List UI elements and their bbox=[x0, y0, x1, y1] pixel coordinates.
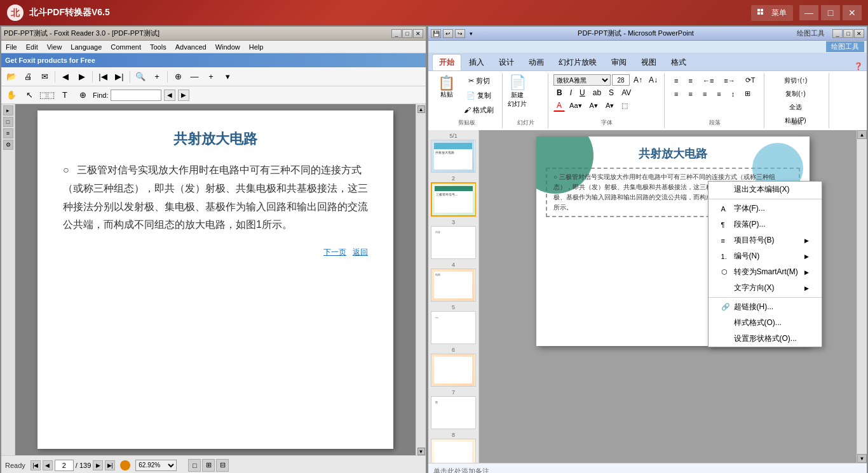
paste-btn[interactable]: 📋 粘贴 bbox=[435, 74, 458, 117]
ctx-bullets[interactable]: ≡ 项目符号(B) ▶ bbox=[709, 232, 822, 248]
ctx-hyperlink[interactable]: 🔗 超链接(H)... bbox=[709, 299, 822, 315]
ppt-scrollbar-v[interactable]: ▲ ▼ bbox=[857, 130, 867, 463]
pdf-find-input[interactable] bbox=[111, 90, 161, 101]
format-painter-btn[interactable]: 🖌 格式刷 bbox=[459, 103, 498, 117]
quick-styles-btn[interactable]: 复制(↑) bbox=[770, 88, 822, 100]
thumb-5[interactable]: — bbox=[431, 311, 476, 344]
bold-btn[interactable]: B bbox=[553, 87, 566, 98]
pdf-menu-file[interactable]: File bbox=[4, 43, 19, 51]
thumb-8[interactable] bbox=[431, 439, 476, 463]
ppt-scroll-down-btn[interactable]: ▼ bbox=[857, 454, 867, 463]
pdf-find-next[interactable]: ▶ bbox=[178, 90, 189, 101]
slide-thumb-5[interactable]: 5 — bbox=[431, 304, 476, 344]
font-family-select[interactable]: 微软A雅黑 bbox=[553, 74, 611, 86]
numbering-btn[interactable]: ≡ bbox=[684, 74, 697, 86]
ppt-tab-design[interactable]: 设计 bbox=[492, 54, 521, 70]
thumb-7[interactable]: 图 bbox=[431, 396, 476, 429]
align-right-btn[interactable]: ≡ bbox=[698, 88, 711, 100]
indent-dec-btn[interactable]: ←≡ bbox=[698, 74, 718, 86]
pdf-view-scroll[interactable]: ⊟ bbox=[216, 459, 229, 472]
thumb-3[interactable]: 内容 bbox=[431, 226, 476, 259]
new-slide-btn[interactable]: 📄 新建 幻灯片 bbox=[508, 74, 527, 109]
ppt-tab-format[interactable]: 格式 bbox=[664, 54, 693, 70]
close-button[interactable]: ✕ bbox=[843, 5, 862, 20]
maximize-button[interactable]: □ bbox=[821, 5, 840, 20]
pdf-menu-window[interactable]: Window bbox=[214, 43, 242, 51]
pdf-next-page-btn[interactable]: ▶ bbox=[93, 460, 103, 470]
char-spacing-btn[interactable]: Aa▾ bbox=[566, 100, 585, 111]
ppt-tab-view[interactable]: 视图 bbox=[634, 54, 663, 70]
ctx-exit-edit[interactable]: 退出文本编辑(X) bbox=[709, 182, 822, 197]
pdf-menu-tools[interactable]: Tools bbox=[148, 43, 168, 51]
ctx-paragraph[interactable]: ¶ 段落(P)... bbox=[709, 217, 822, 232]
more-font-btn[interactable]: ⬚ bbox=[618, 100, 631, 111]
pdf-hand-btn[interactable]: ✋ bbox=[4, 88, 19, 103]
indent-inc-btn[interactable]: ≡→ bbox=[719, 74, 739, 86]
ppt-quick-undo[interactable]: ↩ bbox=[443, 29, 453, 38]
thumb-6[interactable] bbox=[431, 354, 476, 387]
pdf-dropdown-btn[interactable]: ▾ bbox=[220, 69, 235, 84]
thumb-4[interactable]: 电路 bbox=[431, 269, 476, 302]
pdf-open-btn[interactable]: 📂 bbox=[4, 69, 19, 84]
pdf-lastpage-btn[interactable]: ▶| bbox=[112, 69, 127, 84]
pdf-email-btn[interactable]: ✉ bbox=[37, 69, 52, 84]
ctx-style-format[interactable]: 样式格式(O)... bbox=[709, 315, 822, 331]
pdf-first-btn[interactable]: |◀ bbox=[31, 460, 41, 470]
pdf-prev-page-btn[interactable]: ◀ bbox=[43, 460, 53, 470]
pdf-next-link[interactable]: 下一页 bbox=[323, 248, 346, 256]
pdf-zoom-select[interactable]: 62.92% 50% 75% 100% bbox=[135, 460, 177, 471]
pdf-annot-btn[interactable]: ⊕ bbox=[75, 88, 90, 103]
copy-btn[interactable]: 📄 复制 bbox=[459, 89, 498, 102]
pdf-minus-btn[interactable]: — bbox=[187, 69, 202, 84]
pdf-menu-comment[interactable]: Comment bbox=[109, 43, 143, 51]
ppt-tab-animation[interactable]: 动画 bbox=[522, 54, 551, 70]
pdf-page-num-input[interactable] bbox=[55, 460, 74, 471]
pdf-select-btn[interactable]: ⊕ bbox=[170, 69, 186, 84]
pdf-sidebar-icon-3[interactable]: ≡ bbox=[3, 128, 13, 138]
pdf-sidebar-icon-4[interactable]: ⚙ bbox=[3, 140, 13, 150]
ctx-smartart[interactable]: ⬡ 转变为SmartArt(M) ▶ bbox=[709, 264, 822, 280]
slide-thumb-8[interactable]: 8 bbox=[431, 432, 476, 463]
menu-button[interactable]: 菜单 bbox=[751, 5, 793, 21]
pdf-prev-btn[interactable]: ◀ bbox=[58, 69, 73, 84]
arrange-btn[interactable]: 剪切↑(↑) bbox=[770, 74, 822, 87]
ppt-help-btn[interactable]: ❓ bbox=[854, 62, 863, 70]
thumb-2[interactable]: 三极管对信号... bbox=[431, 182, 476, 217]
pdf-maximize-btn[interactable]: □ bbox=[402, 29, 412, 38]
align-center-btn[interactable]: ≡ bbox=[684, 88, 697, 100]
pdf-menu-advanced[interactable]: Advanced bbox=[173, 43, 208, 51]
ctx-shape-format[interactable]: 设置形状格式(O)... bbox=[709, 331, 822, 347]
thumb-1[interactable]: 共射放大电路 bbox=[431, 140, 476, 173]
pdf-cursor-btn[interactable]: ↖ bbox=[22, 88, 37, 103]
spacing-btn[interactable]: AV bbox=[618, 87, 634, 98]
pdf-promo-bar[interactable]: Get Foxit products for Free bbox=[1, 53, 426, 67]
pdf-menu-help[interactable]: Help bbox=[247, 43, 266, 51]
pdf-print-btn[interactable]: 🖨 bbox=[20, 69, 36, 84]
ppt-tab-slideshow[interactable]: 幻灯片放映 bbox=[552, 54, 604, 70]
shape-fill-btn[interactable]: 全选 bbox=[770, 101, 822, 114]
slide-thumb-7[interactable]: 7 图 bbox=[431, 389, 476, 429]
pdf-view-double[interactable]: ⊞ bbox=[202, 459, 215, 472]
decrease-font-btn[interactable]: A↓ bbox=[646, 75, 660, 85]
pdf-sidebar-icon-1[interactable]: ▸ bbox=[3, 105, 13, 116]
clear-format-btn[interactable]: A▾ bbox=[602, 100, 617, 111]
pdf-scroll-down[interactable]: ▼ bbox=[417, 448, 425, 455]
align-left-btn[interactable]: ≡ bbox=[670, 88, 682, 100]
pdf-zoomout-btn[interactable]: 🔍 bbox=[133, 69, 148, 84]
underline-btn[interactable]: U bbox=[576, 87, 588, 98]
ppt-close-btn[interactable]: ✕ bbox=[854, 29, 864, 38]
pdf-scrollbar-v[interactable]: ▲ ▼ bbox=[416, 104, 426, 455]
bullets-btn[interactable]: ≡ bbox=[670, 74, 682, 86]
font-size-input[interactable] bbox=[612, 74, 630, 86]
text-dir-btn[interactable]: ⟳T bbox=[741, 74, 760, 86]
ctx-numbering[interactable]: 1. 编号(N) ▶ bbox=[709, 248, 822, 264]
columns-btn[interactable]: ⊞ bbox=[740, 88, 755, 100]
pdf-plus-btn[interactable]: + bbox=[203, 69, 219, 84]
slide-thumb-3[interactable]: 3 内容 bbox=[431, 219, 476, 259]
strikethrough-btn[interactable]: ab bbox=[590, 87, 604, 98]
pdf-menu-view[interactable]: View bbox=[45, 43, 64, 51]
pdf-next-btn[interactable]: ▶ bbox=[74, 69, 90, 84]
pdf-text-btn[interactable]: T bbox=[57, 88, 72, 103]
pdf-sidebar-icon-2[interactable]: □ bbox=[3, 117, 13, 127]
cut-btn[interactable]: ✂ 剪切 bbox=[459, 74, 498, 88]
